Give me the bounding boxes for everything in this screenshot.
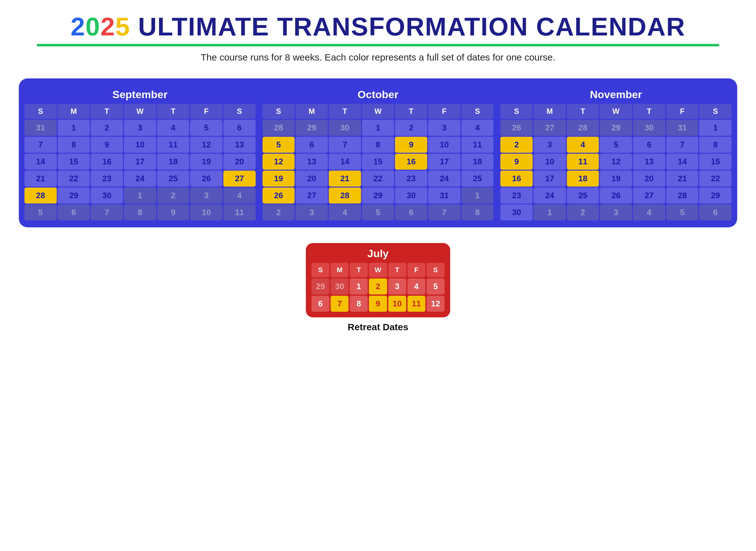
day-header-cell: F bbox=[428, 104, 460, 119]
july-day-header: T bbox=[350, 263, 368, 277]
calendar-day: 5 bbox=[263, 137, 295, 153]
july-day: 5 bbox=[427, 279, 444, 295]
calendar-day: 22 bbox=[58, 170, 90, 186]
calendar-day: 27 bbox=[296, 187, 328, 203]
calendar-day: 28 bbox=[263, 120, 295, 136]
july-day: 4 bbox=[407, 279, 425, 295]
calendar-day: 4 bbox=[567, 137, 599, 153]
month-divider bbox=[258, 84, 260, 220]
calendar-day: 25 bbox=[461, 170, 494, 186]
calendar-day: 11 bbox=[223, 204, 256, 220]
calendar-day: 6 bbox=[633, 137, 665, 153]
july-day: 10 bbox=[388, 296, 406, 312]
day-header-cell: W bbox=[124, 104, 156, 119]
calendar-day: 1 bbox=[58, 120, 90, 136]
calendar-day: 3 bbox=[190, 187, 223, 203]
retreat-label: Retreat Dates bbox=[348, 322, 408, 333]
july-day: 8 bbox=[350, 296, 368, 312]
calendar-day: 22 bbox=[362, 170, 394, 186]
day-header-cell: F bbox=[190, 104, 223, 119]
calendar-day: 11 bbox=[461, 137, 494, 153]
calendar-day: 23 bbox=[91, 170, 123, 186]
title-year: 2025 bbox=[71, 12, 138, 41]
calendar-day: 30 bbox=[91, 187, 123, 203]
calendar-day: 14 bbox=[329, 154, 361, 170]
calendar-day: 27 bbox=[533, 120, 566, 136]
month-november: NovemberSMTWTFS2627282930311234567891011… bbox=[500, 84, 732, 220]
calendar-day: 19 bbox=[263, 170, 295, 186]
day-header-cell: T bbox=[395, 104, 427, 119]
calendar-day: 9 bbox=[500, 154, 533, 170]
month-header-october: October bbox=[263, 84, 494, 104]
calendar-day: 21 bbox=[24, 170, 57, 186]
july-day-header: T bbox=[388, 263, 406, 277]
calendar-day: 6 bbox=[395, 204, 427, 220]
calendar-day: 30 bbox=[633, 120, 665, 136]
calendar-day: 9 bbox=[91, 137, 123, 153]
july-day-header: S bbox=[427, 263, 444, 277]
calendar-day: 17 bbox=[428, 154, 460, 170]
day-header-cell: M bbox=[58, 104, 90, 119]
calendar-day: 31 bbox=[666, 120, 699, 136]
calendar-day: 3 bbox=[296, 204, 328, 220]
calendar-day: 13 bbox=[633, 154, 665, 170]
calendar-day: 5 bbox=[24, 204, 57, 220]
calendar-day: 27 bbox=[223, 170, 256, 186]
calendar-day: 2 bbox=[567, 204, 599, 220]
calendar-day: 3 bbox=[533, 137, 566, 153]
calendar-day: 9 bbox=[157, 204, 190, 220]
calendar-day: 5 bbox=[600, 137, 632, 153]
calendar-day: 26 bbox=[600, 187, 632, 203]
calendar-day: 13 bbox=[223, 137, 256, 153]
calendar-day: 13 bbox=[296, 154, 328, 170]
calendar-day: 16 bbox=[91, 154, 123, 170]
calendar-day: 8 bbox=[362, 137, 394, 153]
calendar-day: 15 bbox=[699, 154, 732, 170]
calendar-day: 1 bbox=[533, 204, 566, 220]
july-day: 1 bbox=[350, 279, 368, 295]
calendar-day: 19 bbox=[600, 170, 632, 186]
calendar-day: 18 bbox=[461, 154, 494, 170]
day-header-cell: T bbox=[91, 104, 123, 119]
calendar-day: 26 bbox=[500, 120, 533, 136]
month-september: SeptemberSMTWTFS311234567891011121314151… bbox=[24, 84, 256, 220]
calendar-day: 10 bbox=[533, 154, 566, 170]
calendar-day: 24 bbox=[533, 187, 566, 203]
calendar-day: 5 bbox=[362, 204, 394, 220]
calendar-day: 3 bbox=[600, 204, 632, 220]
calendar-day: 16 bbox=[395, 154, 427, 170]
day-header-cell: S bbox=[461, 104, 494, 119]
day-header-cell: S bbox=[699, 104, 732, 119]
calendar-day: 23 bbox=[395, 170, 427, 186]
day-header-cell: W bbox=[362, 104, 394, 119]
calendar-day: 1 bbox=[699, 120, 732, 136]
calendar-day: 10 bbox=[428, 137, 460, 153]
decorative-line bbox=[37, 44, 719, 46]
month-october: OctoberSMTWTFS28293012345678910111213141… bbox=[263, 84, 494, 220]
july-day: 7 bbox=[331, 296, 349, 312]
calendar-day: 7 bbox=[329, 137, 361, 153]
calendar-day: 22 bbox=[699, 170, 732, 186]
subtitle-text: The course runs for 8 weeks. Each color … bbox=[19, 52, 737, 63]
calendar-day: 4 bbox=[633, 204, 665, 220]
july-day-header: W bbox=[369, 263, 387, 277]
july-day-header: S bbox=[312, 263, 329, 277]
day-header-cell: T bbox=[329, 104, 361, 119]
day-header-cell: M bbox=[296, 104, 328, 119]
calendar-day: 1 bbox=[362, 120, 394, 136]
calendar-day: 4 bbox=[223, 187, 256, 203]
cal-grid-november: SMTWTFS262728293031123456789101112131415… bbox=[500, 104, 732, 220]
calendar-day: 7 bbox=[91, 204, 123, 220]
calendar-day: 14 bbox=[24, 154, 57, 170]
calendar-day: 20 bbox=[633, 170, 665, 186]
july-calendar: JulySMTWTFS2930123456789101112 bbox=[306, 243, 450, 318]
calendar-day: 28 bbox=[567, 120, 599, 136]
calendar-day: 30 bbox=[395, 187, 427, 203]
calendar-day: 12 bbox=[263, 154, 295, 170]
calendar-day: 7 bbox=[666, 137, 699, 153]
calendar-day: 24 bbox=[124, 170, 156, 186]
calendar-day: 9 bbox=[395, 137, 427, 153]
july-grid: SMTWTFS2930123456789101112 bbox=[312, 263, 444, 312]
calendar-day: 4 bbox=[329, 204, 361, 220]
calendar-day: 31 bbox=[24, 120, 57, 136]
